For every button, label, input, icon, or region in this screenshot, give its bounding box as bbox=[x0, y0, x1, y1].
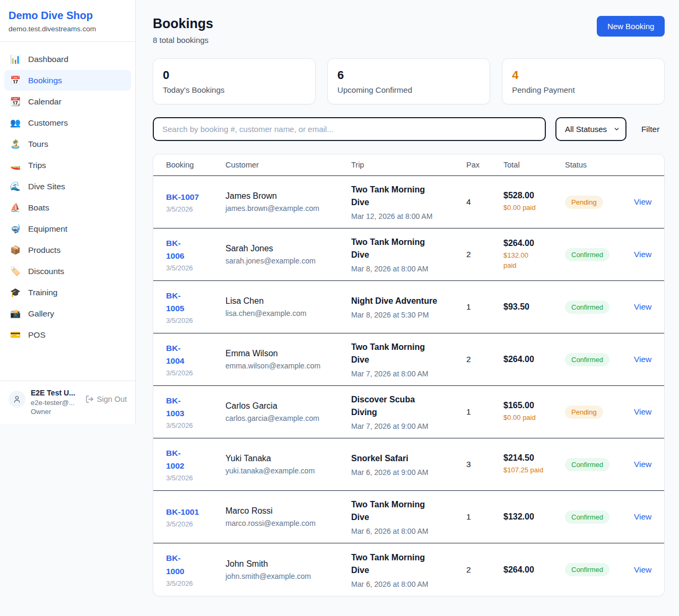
customer-name: John Smith bbox=[225, 559, 351, 569]
booking-id-link[interactable]: BK- 1000 bbox=[166, 553, 184, 575]
view-link[interactable]: View bbox=[634, 460, 651, 469]
stat-card-upcoming-confirmed: 6Upcoming Confirmed bbox=[327, 58, 490, 104]
status-cell: Confirmed bbox=[565, 511, 634, 524]
customer-name: Sarah Jones bbox=[225, 244, 351, 253]
booking-cell: BK- 10053/5/2026 bbox=[166, 289, 225, 324]
sidebar-item-customers[interactable]: 👥Customers bbox=[4, 112, 131, 133]
booking-cell: BK- 10063/5/2026 bbox=[166, 237, 225, 272]
paid-amount: $132.00 paid bbox=[503, 251, 565, 271]
sidebar-item-bookings[interactable]: 📅Bookings bbox=[4, 70, 131, 91]
tear-off-calendar-icon: 📆 bbox=[10, 96, 21, 107]
table-row: BK-10073/5/2026James Brownjames.brown@ex… bbox=[153, 176, 664, 228]
booking-id-link[interactable]: BK- 1003 bbox=[166, 396, 184, 418]
status-badge: Confirmed bbox=[565, 353, 610, 366]
sidebar-item-trips[interactable]: 🚤Trips bbox=[4, 155, 131, 175]
total-cell: $214.50$107.25 paid bbox=[503, 453, 565, 476]
shop-domain: demo.test.divestreams.com bbox=[8, 25, 127, 33]
user-block: E2E Test U... e2e-tester@... Owner bbox=[31, 389, 80, 417]
booking-id-link[interactable]: BK- 1005 bbox=[166, 291, 184, 313]
sidebar-item-tours[interactable]: 🏝️Tours bbox=[4, 134, 131, 154]
column-header-status: Status bbox=[565, 161, 634, 169]
sidebar-item-equipment[interactable]: 🤿Equipment bbox=[4, 218, 131, 239]
sidebar-item-calendar[interactable]: 📆Calendar bbox=[4, 91, 131, 112]
booking-id-link[interactable]: BK-1007 bbox=[166, 192, 199, 201]
total-cell: $264.00 bbox=[503, 565, 565, 575]
stat-value: 4 bbox=[512, 68, 655, 82]
customer-cell: John Smithjohn.smith@example.com bbox=[225, 559, 351, 580]
sidebar: Demo Dive Shop demo.test.divestreams.com… bbox=[0, 0, 136, 424]
trip-datetime: Mar 8, 2026 at 5:30 PM bbox=[351, 311, 466, 319]
total-amount: $165.00 bbox=[503, 401, 565, 410]
tag-icon: 🏷️ bbox=[10, 266, 21, 276]
status-cell: Confirmed bbox=[565, 248, 634, 261]
status-badge: Pending bbox=[565, 406, 603, 419]
sign-out-button[interactable]: Sign Out bbox=[85, 395, 127, 403]
page-header: Bookings 8 total bookings New Booking bbox=[153, 16, 665, 45]
booking-id-link[interactable]: BK- 1004 bbox=[166, 344, 184, 365]
search-input[interactable] bbox=[153, 117, 546, 141]
booking-date: 3/5/2026 bbox=[166, 369, 225, 377]
sidebar-item-gallery[interactable]: 📸Gallery bbox=[4, 303, 131, 324]
table-row: BK- 10033/5/2026Carlos Garciacarlos.garc… bbox=[153, 386, 664, 438]
booking-id-link[interactable]: BK- 1006 bbox=[166, 239, 184, 260]
booking-id-link[interactable]: BK- 1002 bbox=[166, 448, 184, 470]
view-link[interactable]: View bbox=[634, 197, 651, 207]
page-subtitle: 8 total bookings bbox=[153, 36, 213, 45]
status-select[interactable]: All Statuses bbox=[555, 117, 626, 141]
credit-card-icon: 💳 bbox=[10, 330, 21, 340]
customer-email: carlos.garcia@example.com bbox=[225, 414, 351, 423]
trip-datetime: Mar 8, 2026 at 8:00 AM bbox=[351, 265, 466, 273]
trip-datetime: Mar 6, 2026 at 8:00 AM bbox=[351, 580, 466, 588]
booking-cell: BK- 10033/5/2026 bbox=[166, 394, 225, 429]
sidebar-item-boats[interactable]: ⛵Boats bbox=[4, 197, 131, 218]
view-link[interactable]: View bbox=[634, 407, 651, 417]
view-link[interactable]: View bbox=[634, 512, 651, 522]
booking-id-link[interactable]: BK-1001 bbox=[166, 507, 199, 516]
table-row: BK- 10043/5/2026Emma Wilsonemma.wilson@e… bbox=[153, 333, 664, 386]
customer-name: Carlos Garcia bbox=[225, 401, 351, 411]
view-link[interactable]: View bbox=[634, 565, 651, 575]
booking-cell: BK- 10003/5/2026 bbox=[166, 552, 225, 587]
trip-name: Discover Scuba Diving bbox=[351, 393, 466, 419]
sidebar-item-training[interactable]: 🎓Training bbox=[4, 282, 131, 303]
paid-amount: $107.25 paid bbox=[503, 465, 565, 476]
page-title: Bookings bbox=[153, 16, 213, 31]
booking-date: 3/5/2026 bbox=[166, 205, 225, 213]
total-cell: $93.50 bbox=[503, 302, 565, 312]
sidebar-item-pos[interactable]: 💳POS bbox=[4, 324, 131, 345]
filter-button[interactable]: Filter bbox=[636, 120, 665, 138]
booking-date: 3/5/2026 bbox=[166, 264, 225, 272]
table-row: BK- 10003/5/2026John Smithjohn.smith@exa… bbox=[153, 543, 664, 596]
sidebar-item-discounts[interactable]: 🏷️Discounts bbox=[4, 261, 131, 281]
sidebar-item-dashboard[interactable]: 📊Dashboard bbox=[4, 49, 131, 69]
sidebar-item-label: Equipment bbox=[28, 224, 67, 234]
trip-name: Two Tank Morning Dive bbox=[351, 236, 466, 261]
total-amount: $528.00 bbox=[503, 191, 565, 200]
sidebar-item-products[interactable]: 📦Products bbox=[4, 240, 131, 260]
pax-count: 1 bbox=[466, 407, 503, 417]
column-header-total: Total bbox=[503, 161, 565, 169]
logout-icon bbox=[85, 395, 94, 403]
booking-cell: BK- 10043/5/2026 bbox=[166, 342, 225, 377]
sidebar-item-label: Gallery bbox=[28, 309, 54, 319]
stat-label: Pending Payment bbox=[512, 85, 655, 94]
stat-card-today-s-bookings: 0Today's Bookings bbox=[153, 58, 316, 104]
total-amount: $264.00 bbox=[503, 239, 565, 248]
app-root: Demo Dive Shop demo.test.divestreams.com… bbox=[0, 0, 679, 616]
sidebar-item-dive-sites[interactable]: 🌊Dive Sites bbox=[4, 176, 131, 197]
view-link[interactable]: View bbox=[634, 250, 651, 259]
page-title-block: Bookings 8 total bookings bbox=[153, 16, 213, 45]
total-amount: $264.00 bbox=[503, 565, 565, 575]
customer-email: sarah.jones@example.com bbox=[225, 257, 351, 265]
booking-cell: BK- 10023/5/2026 bbox=[166, 447, 225, 482]
trip-cell: Two Tank Morning DiveMar 6, 2026 at 8:00… bbox=[351, 498, 466, 535]
calendar-icon: 📅 bbox=[10, 75, 21, 85]
customer-cell: Yuki Tanakayuki.tanaka@example.com bbox=[225, 454, 351, 475]
view-link[interactable]: View bbox=[634, 355, 651, 364]
sidebar-item-label: Trips bbox=[28, 161, 46, 170]
new-booking-button[interactable]: New Booking bbox=[597, 16, 665, 37]
total-cell: $264.00$132.00 paid bbox=[503, 239, 565, 271]
sidebar-item-label: Dashboard bbox=[28, 55, 68, 64]
customer-email: james.brown@example.com bbox=[225, 204, 351, 213]
view-link[interactable]: View bbox=[634, 302, 651, 312]
